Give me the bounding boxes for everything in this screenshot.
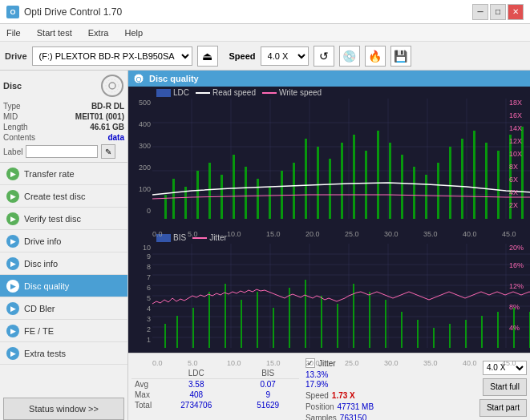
svg-rect-38: [389, 143, 391, 219]
svg-rect-87: [433, 328, 435, 348]
close-button[interactable]: ✕: [508, 4, 524, 20]
disc-label-input[interactable]: [26, 145, 98, 158]
svg-rect-30: [293, 163, 295, 219]
sidebar-item-cd-bler[interactable]: ▶ CD Bler: [0, 297, 127, 320]
menu-help[interactable]: Help: [121, 26, 146, 39]
speed-label: Speed: [229, 51, 256, 61]
menu-bar: File Start test Extra Help: [0, 24, 530, 42]
position-label: Position: [305, 402, 334, 411]
disc-mid-label: MID: [3, 112, 18, 121]
maximize-button[interactable]: □: [490, 4, 506, 20]
svg-rect-43: [449, 147, 451, 219]
sidebar-item-verify-test-disc[interactable]: ▶ Verify test disc: [0, 208, 127, 230]
status-window-button[interactable]: Status window >>: [3, 398, 124, 420]
legend-bis-label: BIS: [173, 233, 186, 242]
sidebar-item-transfer-rate[interactable]: ▶ Transfer rate: [0, 163, 127, 185]
svg-rect-37: [377, 131, 379, 219]
svg-rect-90: [481, 316, 483, 348]
stats-max-row: Max 408 9: [131, 390, 299, 400]
sidebar-item-disc-quality[interactable]: ▶ Disc quality: [0, 275, 127, 297]
lower-y-axis-right: 20% 16% 12% 8% 4%: [508, 244, 530, 348]
svg-rect-85: [401, 312, 403, 348]
svg-rect-89: [465, 320, 467, 348]
svg-rect-75: [241, 300, 242, 348]
legend-write-label: Write speed: [279, 88, 322, 97]
svg-rect-42: [437, 163, 439, 219]
eject-button[interactable]: ⏏: [197, 46, 218, 67]
start-full-button[interactable]: Start full: [483, 378, 527, 396]
cd-bler-icon: ▶: [6, 302, 19, 315]
menu-extra[interactable]: Extra: [85, 26, 112, 39]
svg-rect-80: [321, 296, 322, 348]
legend-write: Write speed: [262, 88, 322, 97]
disc-header: Disc: [3, 74, 124, 98]
svg-rect-27: [257, 179, 259, 219]
svg-rect-29: [281, 171, 283, 219]
svg-rect-91: [497, 312, 499, 348]
upper-y-axis-right: 18X 16X 14X 12X 10X 8X 6X 4X 2X: [508, 99, 530, 219]
legend-write-color: [262, 92, 277, 94]
minimize-button[interactable]: ─: [472, 4, 488, 20]
disc-info-icon: ▶: [6, 257, 19, 270]
svg-rect-84: [385, 300, 386, 348]
svg-rect-26: [245, 167, 247, 219]
refresh-button[interactable]: ↺: [314, 46, 334, 67]
svg-rect-70: [164, 324, 166, 348]
stats-max-bis: 9: [237, 390, 298, 400]
disc-label-label: Label: [3, 147, 22, 156]
svg-rect-46: [485, 143, 488, 219]
svg-rect-44: [461, 139, 463, 219]
stats-max-ldc: 408: [156, 390, 237, 400]
svg-rect-81: [337, 304, 338, 348]
menu-start-test[interactable]: Start test: [34, 26, 75, 39]
lower-chart-svg: [152, 244, 530, 348]
menu-file[interactable]: File: [3, 26, 24, 39]
legend-ldc-label: LDC: [173, 88, 189, 97]
svg-rect-20: [172, 179, 175, 219]
disc-label-edit-btn[interactable]: ✎: [101, 144, 115, 159]
svg-rect-79: [305, 280, 306, 348]
speed-select[interactable]: 4.0 X: [261, 46, 309, 66]
disc-quality-icon: ▶: [6, 280, 19, 293]
transfer-rate-icon: ▶: [6, 168, 19, 180]
content-area: Q Disc quality LDC Read speed Write sp: [128, 71, 530, 420]
start-part-button[interactable]: Start part: [479, 399, 527, 417]
save-button[interactable]: 💾: [390, 46, 411, 67]
sidebar-item-extra-tests[interactable]: ▶ Extra tests: [0, 342, 127, 365]
app-icon: O: [6, 6, 19, 18]
svg-rect-28: [269, 187, 271, 219]
verify-test-disc-icon: ▶: [6, 212, 19, 225]
sidebar-item-fe-te[interactable]: ▶ FE / TE: [0, 320, 127, 342]
title-bar-left: O Opti Drive Control 1.70: [6, 6, 122, 18]
svg-rect-35: [353, 135, 355, 219]
sidebar-item-drive-info[interactable]: ▶ Drive info: [0, 230, 127, 252]
burn-icon-btn[interactable]: 🔥: [365, 46, 386, 67]
fe-te-icon: ▶: [6, 325, 19, 337]
drive-info-icon: ▶: [6, 235, 19, 248]
upper-chart-svg: [152, 99, 530, 219]
sidebar-item-disc-info-label: Disc info: [24, 259, 58, 269]
upper-chart-container: 500 400 300 200 100 0 18X 16X 14X 12X 10…: [128, 99, 530, 219]
disc-icon-btn[interactable]: 💿: [339, 46, 360, 67]
svg-text:Q: Q: [136, 75, 141, 83]
svg-rect-77: [273, 308, 274, 348]
disc-type-row: Type BD-R DL: [3, 101, 124, 111]
disc-length-value: 46.61 GB: [90, 123, 124, 131]
title-bar: O Opti Drive Control 1.70 ─ □ ✕: [0, 0, 530, 24]
sidebar-item-drive-info-label: Drive info: [24, 236, 61, 246]
legend-read-label: Read speed: [212, 88, 256, 97]
stats-avg-label: Avg: [131, 379, 156, 390]
sidebar-item-verify-test-disc-label: Verify test disc: [24, 214, 81, 224]
jitter-label: Jitter: [318, 359, 336, 368]
svg-rect-83: [369, 292, 370, 348]
jitter-stats-col: 13.3% 17.9%: [305, 370, 328, 389]
stats-avg-row: Avg 3.58 0.07: [131, 379, 299, 390]
drive-select[interactable]: (F:) PLEXTOR BD-R PX-LB950SA 1.06: [32, 46, 192, 66]
svg-rect-41: [425, 175, 427, 219]
sidebar-item-transfer-rate-label: Transfer rate: [24, 169, 75, 179]
sidebar-item-disc-info[interactable]: ▶ Disc info: [0, 252, 127, 275]
svg-rect-45: [473, 131, 475, 219]
sidebar-item-create-test-disc[interactable]: ▶ Create test disc: [0, 185, 127, 208]
title-bar-controls: ─ □ ✕: [472, 4, 524, 20]
svg-rect-47: [497, 151, 500, 219]
